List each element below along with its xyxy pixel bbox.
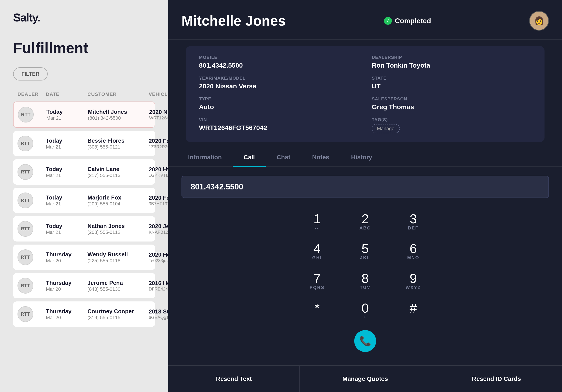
tab-notes[interactable]: Notes [301,149,340,167]
info-grid: MOBILE 801.4342.5500 DEALERSHIP Ron Tonk… [186,46,545,142]
dial-num: 4 [313,242,321,255]
dial-sub: MNO [407,255,420,261]
dial-sub: PQRS [310,285,325,290]
date-primary: Thursday [46,308,87,315]
type-label: TYPE [199,96,359,102]
dealership-value: Ron Tonkin Toyota [372,62,531,69]
dial-sub: -- [315,226,319,231]
table-row[interactable]: RTT Thursday Mar 20 Jerome Pena (843) 55… [13,273,155,298]
call-button-row [354,330,376,352]
customer-phone: (308) 555-0121 [87,144,149,150]
customer-name: Calvin Lane [87,166,149,173]
customer-name: Jerome Pena [87,280,149,286]
dial-key[interactable]: 3 DEF [396,209,431,234]
info-tags: TAG(S) Manage [372,117,531,133]
dial-sub: + [364,315,367,320]
salesperson-label: SALESPERSON [372,96,531,102]
customer-phone: (843) 555-0130 [87,286,149,292]
dealer-badge: RTT [17,249,33,265]
dealer-badge: RTT [17,278,33,294]
date-cell: Thursday Mar 20 [46,308,87,321]
dial-num: * [315,302,319,315]
customer-phone: (801) 342-5500 [88,115,149,121]
date-secondary: Mar 20 [46,258,87,264]
dial-num: 6 [410,242,417,255]
info-type: TYPE Auto [199,96,359,111]
status-badge: Completed [384,17,431,25]
col-customer: CUSTOMER [87,91,149,97]
dial-key[interactable]: 4 GHI [300,239,335,264]
date-secondary: Mar 21 [46,229,87,235]
dial-sub: WXYZ [406,285,421,290]
tab-call[interactable]: Call [233,149,266,167]
dealership-label: DEALERSHIP [372,55,531,60]
date-primary: Today [46,194,87,201]
mobile-label: MOBILE [199,55,359,60]
dial-num: 0 [362,302,369,315]
tab-history[interactable]: History [340,149,383,167]
dial-key[interactable]: # [396,298,431,323]
tabs-bar: Information Call Chat Notes History [168,149,562,167]
dial-sub: DEF [408,226,419,231]
date-secondary: Mar 21 [46,115,88,121]
customer-cell: Jerome Pena (843) 555-0130 [87,280,149,292]
date-secondary: Mar 21 [46,173,87,178]
customer-name: Mitchelle Jones [182,13,286,29]
bottom-bar: Resend Text Manage Quotes Resend ID Card… [168,365,562,392]
table-row[interactable]: RTT Thursday Mar 20 Wendy Russell (225) … [13,245,155,270]
call-button[interactable] [354,330,376,352]
customer-name: Bessie Flores [87,137,149,144]
info-dealership: DEALERSHIP Ron Tonkin Toyota [372,55,531,69]
status-label: Completed [395,17,431,25]
customer-name: Courtney Cooper [87,308,149,315]
table-header: DEALER DATE CUSTOMER VEHICLE ASSINGED TO [13,91,155,102]
table-row[interactable]: RTT Today Mar 21 Bessie Flores (308) 555… [13,131,155,156]
dial-sub: TUV [360,285,371,290]
vin-value: WRT12646FGT567042 [199,124,359,131]
date-primary: Today [46,137,87,144]
col-dealer: DEALER [17,91,46,97]
date-secondary: Mar 20 [46,315,87,321]
avatar: 👩 [529,11,549,31]
date-cell: Thursday Mar 20 [46,280,87,292]
dial-key[interactable]: 7 PQRS [300,268,335,294]
dial-key[interactable]: 2 ABC [348,209,383,234]
dial-sub: JKL [360,255,370,261]
customer-cell: Courtney Cooper (319) 555-0115 [87,308,149,321]
date-primary: Today [46,166,87,173]
dial-key[interactable]: 5 JKL [348,239,383,264]
manage-quotes-button[interactable]: Manage Quotes [300,366,431,392]
right-panel: Mitchelle Jones Completed 👩 MOBILE 801.4… [168,0,562,392]
dial-key[interactable]: 8 TUV [348,268,383,294]
salesperson-value: Greg Thomas [372,103,531,111]
table-row[interactable]: RTT Today Mar 21 Calvin Lane (217) 555-0… [13,159,155,185]
state-value: UT [372,83,531,90]
phone-input[interactable] [182,176,549,198]
state-label: STATE [372,76,531,81]
tags-label: TAG(S) [372,117,531,122]
customer-name: Marjorie Fox [87,194,149,201]
dial-num: 1 [313,213,321,226]
table-row[interactable]: RTT Today Mar 21 Nathan Jones (208) 555-… [13,216,155,241]
resend-text-button[interactable]: Resend Text [168,366,300,392]
dial-key[interactable]: 6 MNO [396,239,431,264]
table-row[interactable]: RTT Thursday Mar 20 Courtney Cooper (319… [13,301,155,327]
customer-cell: Marjorie Fox (209) 555-0104 [87,194,149,207]
filter-button[interactable]: FILTER [13,67,48,81]
table-row[interactable]: RTT Today Mar 21 Marjorie Fox (209) 555-… [13,188,155,213]
tab-chat[interactable]: Chat [266,149,301,167]
date-cell: Thursday Mar 20 [46,251,87,264]
table-row[interactable]: RTT Today Mar 21 Mitchell Jones (801) 34… [13,102,155,128]
dealer-badge: RTT [17,192,33,208]
dial-key[interactable]: 1 -- [300,209,335,234]
customer-name: Mitchell Jones [88,108,149,115]
date-primary: Thursday [46,251,87,258]
tab-information[interactable]: Information [177,149,233,167]
app-logo: Salty. [13,11,155,24]
dial-key[interactable]: 9 WXYZ [396,268,431,294]
dial-key[interactable]: * [300,298,335,323]
manage-tag-button[interactable]: Manage [372,124,400,133]
resend-id-cards-button[interactable]: Resend ID Cards [431,366,562,392]
customer-phone: (208) 555-0112 [87,229,149,235]
dial-key[interactable]: 0 + [348,298,383,323]
